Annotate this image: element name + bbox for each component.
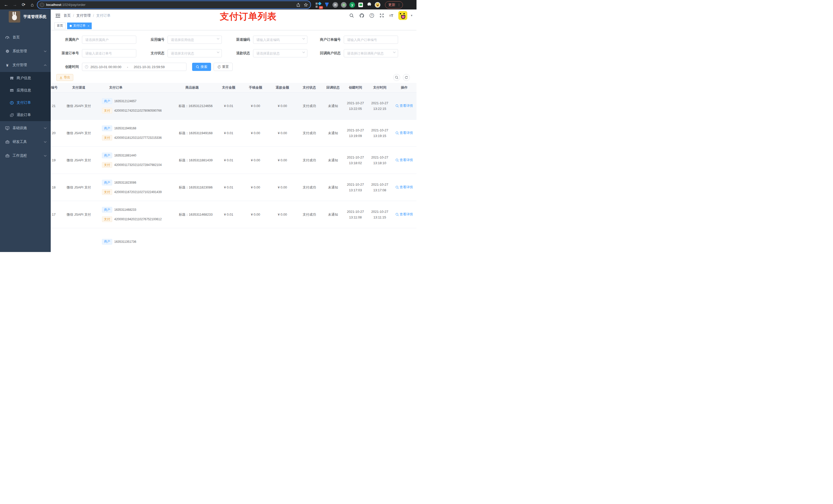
browser-menu-icon[interactable]: ⋮: [397, 3, 401, 7]
cell-refund: ¥ 0.00: [269, 104, 296, 108]
reload-icon[interactable]: ⟳: [20, 1, 27, 8]
extensions-bar: 10 ⌘ y: [315, 2, 380, 8]
toggle-search-button[interactable]: [393, 74, 400, 81]
filter-label-channel-order-no: 渠道订单号: [54, 51, 82, 55]
back-icon[interactable]: ←: [3, 1, 10, 8]
cell-pay-status: 支付成功: [296, 158, 323, 163]
address-bar[interactable]: i localhost:1024/pay/order: [38, 1, 310, 8]
share-icon[interactable]: [296, 3, 300, 7]
merchant-order-no: 1635311949168: [114, 126, 136, 130]
cell-paid: 2021-10-2713:19:15: [367, 127, 392, 139]
col-notify-status: 回调状态: [323, 85, 343, 90]
breadcrumb-home[interactable]: 首页: [64, 13, 71, 18]
view-detail-link[interactable]: 查看详情: [396, 212, 413, 217]
browser-update-button[interactable]: 更新 ⋮: [385, 1, 403, 8]
font-size-icon[interactable]: TT: [389, 13, 393, 18]
cell-id: 19: [51, 158, 57, 162]
cell-amount: ¥ 0.01: [215, 158, 242, 162]
app-select[interactable]: [168, 35, 222, 44]
app-logo-row[interactable]: 芋道管理系统: [0, 9, 51, 24]
sidebar-toggle-icon[interactable]: [55, 13, 61, 18]
extension-badge-icon[interactable]: 10: [315, 2, 321, 8]
chevron-down-icon: [44, 155, 47, 157]
merchant-order-no: 1635312124657: [114, 99, 137, 103]
reset-button[interactable]: 重置: [214, 63, 233, 71]
sidebar-item-app-info[interactable]: 应用信息: [0, 84, 51, 97]
github-icon[interactable]: [359, 13, 364, 18]
channel-code-select[interactable]: [253, 35, 307, 44]
chat-extension-icon[interactable]: [358, 2, 363, 8]
cell-created: 2021-10-2713:18:02: [343, 155, 367, 166]
merchant-order-no-input[interactable]: [344, 35, 398, 44]
cell-created: 2021-10-2713:22:05: [343, 100, 367, 112]
cell-actions: 查看详情: [392, 158, 416, 163]
sidebar-item-devtools[interactable]: 研发工具: [0, 135, 51, 149]
view-detail-link[interactable]: 查看详情: [396, 103, 413, 108]
y-extension-icon[interactable]: y: [349, 2, 355, 8]
col-paid: 支付时间: [367, 85, 392, 90]
orders-table: 编号 支付渠道 支付订单 商品标题 支付金额 手续金额 退款金额 支付状态 回调…: [51, 83, 416, 252]
breadcrumb-pay[interactable]: 支付管理: [76, 13, 91, 18]
col-channel: 支付渠道: [57, 85, 100, 90]
view-detail-link[interactable]: 查看详情: [396, 185, 413, 190]
payment-tag: 支付: [102, 135, 112, 141]
emoji-avatar-icon[interactable]: [375, 2, 380, 8]
create-time-range-picker[interactable]: 2021-10-01 00:00:00 - 2021-10-31 23:59:5…: [82, 63, 187, 71]
merchant-tag: 商户: [102, 153, 112, 158]
site-info-icon[interactable]: i: [40, 3, 44, 7]
cell-title: 标题：1635311468233: [169, 212, 215, 217]
search-form: 所属商户 应用编号: [51, 30, 416, 71]
sidebar-item-refund-order[interactable]: 退款订单: [0, 109, 51, 121]
sidebar-item-pay[interactable]: ¥ 支付管理: [0, 58, 51, 72]
view-detail-link[interactable]: 查看详情: [396, 130, 413, 135]
view-detail-link[interactable]: 查看详情: [396, 158, 413, 162]
toolbox-icon: [5, 140, 9, 144]
select-arrow-icon: [217, 38, 219, 40]
command-extension-icon[interactable]: ⌘: [332, 2, 338, 8]
filter-label-notify-status: 回调商户状态: [310, 51, 344, 55]
home-icon[interactable]: ⌂: [29, 1, 36, 8]
search-icon[interactable]: [349, 13, 354, 18]
help-icon[interactable]: ?: [370, 13, 374, 18]
pay-status-select[interactable]: [168, 49, 222, 57]
channel-order-no-input[interactable]: [82, 49, 136, 57]
date-start[interactable]: 2021-10-01 00:00:00: [90, 65, 121, 69]
bookmark-star-icon[interactable]: [304, 3, 308, 7]
table-toolbar: 导出: [51, 71, 416, 83]
url-text[interactable]: localhost:1024/pay/order: [46, 3, 294, 7]
avatar-caret-icon[interactable]: ▼: [410, 14, 413, 17]
merchant-tag: 商户: [102, 125, 112, 131]
table-row: 20微信 JSAPI 支付商户1635311949168支付4200001181…: [51, 120, 416, 147]
recorder-extension-icon[interactable]: [341, 2, 347, 8]
payment-order-line: 支付4200001194202110276752100612: [102, 216, 169, 222]
tags-view: 首页 支付订单 ×: [51, 22, 416, 30]
refresh-button[interactable]: [403, 74, 410, 81]
sidebar-item-pay-order[interactable]: 支付订单: [0, 97, 51, 109]
table-row: 商户1635311351736: [51, 228, 416, 252]
sidebar-item-home[interactable]: 首页: [0, 30, 51, 44]
cell-refund: ¥ 0.00: [269, 158, 296, 162]
date-end[interactable]: 2021-10-31 23:59:59: [134, 65, 165, 69]
sidebar-item-system[interactable]: 系统管理: [0, 44, 51, 58]
tab-pay-order[interactable]: 支付订单 ×: [67, 23, 92, 29]
cell-order: 商户1635311823086支付42000011672021102710224…: [100, 180, 169, 195]
page-content: 所属商户 应用编号: [51, 30, 416, 252]
merchant-order-line: 商户1635311823086: [102, 180, 169, 186]
merchant-select[interactable]: [82, 35, 136, 44]
kite-extension-icon[interactable]: [324, 2, 330, 8]
sidebar-item-infra[interactable]: 基础设施: [0, 121, 51, 135]
chevron-down-icon: [44, 50, 47, 52]
user-avatar[interactable]: [398, 11, 407, 20]
select-arrow-icon: [393, 51, 396, 53]
fullscreen-icon[interactable]: [379, 13, 384, 18]
notify-status-select[interactable]: [344, 49, 398, 57]
refund-status-select[interactable]: [253, 49, 307, 57]
export-button[interactable]: 导出: [56, 74, 73, 81]
forward-icon[interactable]: →: [11, 1, 19, 8]
close-icon[interactable]: ×: [88, 24, 89, 27]
sidebar-item-merchant-info[interactable]: 商户信息: [0, 72, 51, 84]
extensions-puzzle-icon[interactable]: [366, 2, 372, 8]
tab-home[interactable]: 首页: [54, 23, 66, 29]
search-button[interactable]: 搜索: [192, 63, 211, 71]
sidebar-item-workflow[interactable]: 工作流程: [0, 149, 51, 163]
